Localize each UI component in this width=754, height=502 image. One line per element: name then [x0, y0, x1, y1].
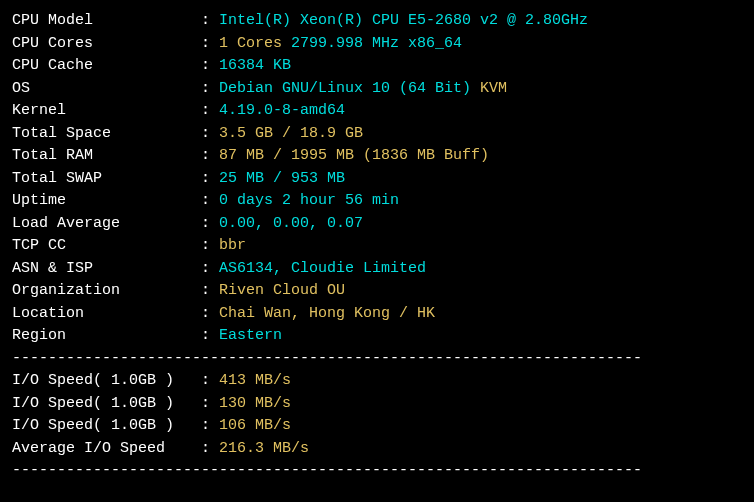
label-load-average: Load Average: [12, 213, 120, 236]
colon: :: [30, 78, 219, 101]
colon: :: [93, 33, 219, 56]
value-load-average: 0.00, 0.00, 0.07: [219, 213, 363, 236]
row-total-ram: Total RAM : 87 MB / 1995 MB (1836 MB Buf…: [12, 145, 742, 168]
label-cpu-cache: CPU Cache: [12, 55, 93, 78]
row-cpu-cores: CPU Cores : 1 Cores 2799.998 MHz x86_64: [12, 33, 742, 56]
row-cpu-cache: CPU Cache : 16384 KB: [12, 55, 742, 78]
row-avg-io-speed: Average I/O Speed : 216.3 MB/s: [12, 438, 742, 461]
value-io-3: 106 MB/s: [219, 415, 291, 438]
label-total-space: Total Space: [12, 123, 111, 146]
colon: :: [102, 168, 219, 191]
row-tcp-cc: TCP CC : bbr: [12, 235, 742, 258]
colon: :: [66, 235, 219, 258]
value-total-space: 3.5 GB / 18.9 GB: [219, 123, 363, 146]
io-speed-section: I/O Speed( 1.0GB ) : 413 MB/s I/O Speed(…: [12, 370, 742, 460]
value-tcp-cc: bbr: [219, 235, 246, 258]
row-asn-isp: ASN & ISP : AS6134, Cloudie Limited: [12, 258, 742, 281]
label-organization: Organization: [12, 280, 120, 303]
colon: :: [66, 325, 219, 348]
row-load-average: Load Average : 0.00, 0.00, 0.07: [12, 213, 742, 236]
value-total-ram: 87 MB / 1995 MB (1836 MB Buff): [219, 145, 489, 168]
value-total-swap: 25 MB / 953 MB: [219, 168, 345, 191]
value-cpu-cache: 16384 KB: [219, 55, 291, 78]
system-info-top-section: CPU Model : Intel(R) Xeon(R) CPU E5-2680…: [12, 10, 742, 348]
colon: :: [120, 280, 219, 303]
label-os: OS: [12, 78, 30, 101]
colon: :: [120, 213, 219, 236]
label-uptime: Uptime: [12, 190, 66, 213]
value-kernel: 4.19.0-8-amd64: [219, 100, 345, 123]
label-avg-io: Average I/O Speed: [12, 438, 165, 461]
row-region: Region : Eastern: [12, 325, 742, 348]
row-io-speed-1: I/O Speed( 1.0GB ) : 413 MB/s: [12, 370, 742, 393]
row-total-swap: Total SWAP : 25 MB / 953 MB: [12, 168, 742, 191]
row-location: Location : Chai Wan, Hong Kong / HK: [12, 303, 742, 326]
value-organization: Riven Cloud OU: [219, 280, 345, 303]
colon: :: [111, 123, 219, 146]
label-tcp-cc: TCP CC: [12, 235, 66, 258]
value-region: Eastern: [219, 325, 282, 348]
colon: :: [93, 145, 219, 168]
colon: :: [165, 438, 219, 461]
colon: :: [174, 393, 219, 416]
value-io-2: 130 MB/s: [219, 393, 291, 416]
row-kernel: Kernel : 4.19.0-8-amd64: [12, 100, 742, 123]
row-cpu-model: CPU Model : Intel(R) Xeon(R) CPU E5-2680…: [12, 10, 742, 33]
row-io-speed-2: I/O Speed( 1.0GB ) : 130 MB/s: [12, 393, 742, 416]
value-uptime: 0 days 2 hour 56 min: [219, 190, 399, 213]
value-io-1: 413 MB/s: [219, 370, 291, 393]
colon: :: [66, 190, 219, 213]
divider-line: ----------------------------------------…: [12, 460, 742, 483]
label-io-1: I/O Speed( 1.0GB ): [12, 370, 174, 393]
divider-line: ----------------------------------------…: [12, 348, 742, 371]
label-io-2: I/O Speed( 1.0GB ): [12, 393, 174, 416]
colon: :: [174, 415, 219, 438]
label-total-ram: Total RAM: [12, 145, 93, 168]
colon: :: [93, 10, 219, 33]
value-avg-io: 216.3 MB/s: [219, 438, 309, 461]
colon: :: [174, 370, 219, 393]
colon: :: [93, 258, 219, 281]
label-location: Location: [12, 303, 84, 326]
row-os: OS : Debian GNU/Linux 10 (64 Bit) KVM: [12, 78, 742, 101]
label-cpu-model: CPU Model: [12, 10, 93, 33]
colon: :: [66, 100, 219, 123]
label-total-swap: Total SWAP: [12, 168, 102, 191]
label-asn-isp: ASN & ISP: [12, 258, 93, 281]
value-cpu-cores: 1 Cores 2799.998 MHz x86_64: [219, 33, 462, 56]
value-cpu-model: Intel(R) Xeon(R) CPU E5-2680 v2 @ 2.80GH…: [219, 10, 588, 33]
label-io-3: I/O Speed( 1.0GB ): [12, 415, 174, 438]
value-os: Debian GNU/Linux 10 (64 Bit) KVM: [219, 78, 507, 101]
value-location: Chai Wan, Hong Kong / HK: [219, 303, 435, 326]
label-region: Region: [12, 325, 66, 348]
row-io-speed-3: I/O Speed( 1.0GB ) : 106 MB/s: [12, 415, 742, 438]
row-organization: Organization : Riven Cloud OU: [12, 280, 742, 303]
row-uptime: Uptime : 0 days 2 hour 56 min: [12, 190, 742, 213]
colon: :: [84, 303, 219, 326]
row-total-space: Total Space : 3.5 GB / 18.9 GB: [12, 123, 742, 146]
label-kernel: Kernel: [12, 100, 66, 123]
colon: :: [93, 55, 219, 78]
label-cpu-cores: CPU Cores: [12, 33, 93, 56]
value-asn-isp: AS6134, Cloudie Limited: [219, 258, 426, 281]
